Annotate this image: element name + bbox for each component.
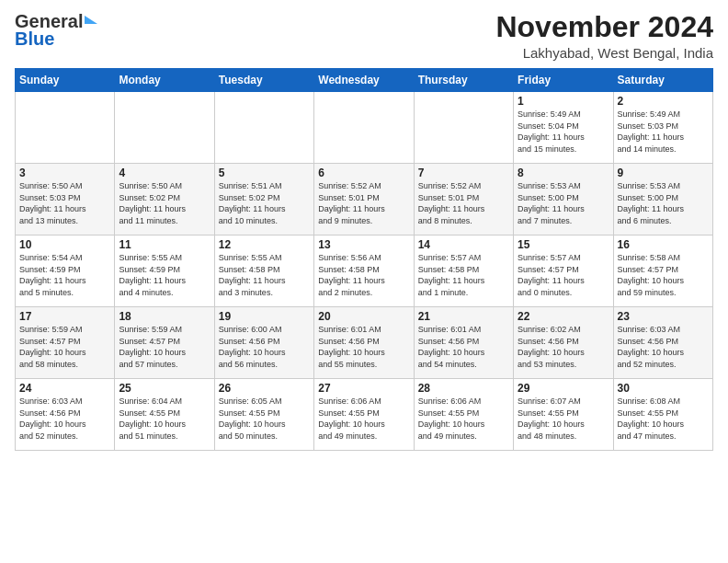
week-row-4: 17Sunrise: 5:59 AM Sunset: 4:57 PM Dayli…: [16, 307, 713, 379]
location: Lakhyabad, West Bengal, India: [495, 45, 713, 61]
day-number: 25: [119, 382, 210, 395]
calendar-cell: 23Sunrise: 6:03 AM Sunset: 4:56 PM Dayli…: [613, 307, 712, 379]
week-row-1: 1Sunrise: 5:49 AM Sunset: 5:04 PM Daylig…: [16, 92, 713, 164]
day-number: 19: [219, 310, 310, 323]
day-number: 24: [19, 382, 110, 395]
day-number: 6: [318, 167, 409, 179]
day-number: 17: [19, 310, 110, 323]
calendar-cell: 21Sunrise: 6:01 AM Sunset: 4:56 PM Dayli…: [414, 307, 513, 379]
cell-info: Sunrise: 5:50 AM Sunset: 5:02 PM Dayligh…: [119, 180, 210, 226]
logo-arrow-icon: [85, 16, 97, 24]
day-number: 12: [219, 238, 310, 251]
day-number: 26: [219, 382, 310, 395]
month-title: November 2024: [495, 11, 713, 43]
day-number: 1: [518, 95, 609, 108]
column-header-thursday: Thursday: [414, 69, 513, 92]
day-number: 22: [518, 310, 609, 323]
calendar-cell: [16, 92, 115, 164]
calendar-cell: 9Sunrise: 5:53 AM Sunset: 5:00 PM Daylig…: [613, 164, 712, 236]
day-number: 10: [19, 238, 110, 251]
calendar-cell: 10Sunrise: 5:54 AM Sunset: 4:59 PM Dayli…: [16, 236, 115, 307]
title-block: November 2024 Lakhyabad, West Bengal, In…: [495, 11, 713, 61]
calendar-cell: 28Sunrise: 6:06 AM Sunset: 4:55 PM Dayli…: [414, 379, 513, 451]
calendar-cell: 29Sunrise: 6:07 AM Sunset: 4:55 PM Dayli…: [514, 379, 613, 451]
cell-info: Sunrise: 6:05 AM Sunset: 4:55 PM Dayligh…: [219, 396, 310, 442]
cell-info: Sunrise: 6:07 AM Sunset: 4:55 PM Dayligh…: [518, 396, 609, 442]
calendar-cell: 3Sunrise: 5:50 AM Sunset: 5:03 PM Daylig…: [16, 164, 115, 236]
calendar-cell: 16Sunrise: 5:58 AM Sunset: 4:57 PM Dayli…: [613, 236, 712, 307]
day-number: 5: [219, 167, 310, 179]
column-header-sunday: Sunday: [16, 69, 115, 92]
cell-info: Sunrise: 5:53 AM Sunset: 5:00 PM Dayligh…: [518, 180, 609, 226]
cell-info: Sunrise: 5:58 AM Sunset: 4:57 PM Dayligh…: [618, 252, 709, 298]
calendar-cell: [314, 92, 414, 164]
cell-info: Sunrise: 6:01 AM Sunset: 4:56 PM Dayligh…: [318, 324, 409, 370]
cell-info: Sunrise: 5:57 AM Sunset: 4:58 PM Dayligh…: [418, 252, 509, 298]
calendar-cell: 7Sunrise: 5:52 AM Sunset: 5:01 PM Daylig…: [414, 164, 513, 236]
page-container: General Blue November 2024 Lakhyabad, We…: [0, 0, 728, 458]
cell-info: Sunrise: 5:50 AM Sunset: 5:03 PM Dayligh…: [19, 180, 110, 226]
column-header-wednesday: Wednesday: [314, 69, 414, 92]
day-number: 4: [119, 167, 210, 179]
cell-info: Sunrise: 6:06 AM Sunset: 4:55 PM Dayligh…: [318, 396, 409, 442]
week-row-5: 24Sunrise: 6:03 AM Sunset: 4:56 PM Dayli…: [16, 379, 713, 451]
day-number: 27: [318, 382, 409, 395]
cell-info: Sunrise: 5:52 AM Sunset: 5:01 PM Dayligh…: [318, 180, 409, 226]
day-number: 9: [618, 167, 709, 179]
header-row: SundayMondayTuesdayWednesdayThursdayFrid…: [16, 69, 713, 92]
column-header-friday: Friday: [514, 69, 613, 92]
calendar-cell: 13Sunrise: 5:56 AM Sunset: 4:58 PM Dayli…: [314, 236, 414, 307]
header: General Blue November 2024 Lakhyabad, We…: [15, 11, 713, 61]
day-number: 23: [618, 310, 709, 323]
calendar-cell: 25Sunrise: 6:04 AM Sunset: 4:55 PM Dayli…: [115, 379, 214, 451]
cell-info: Sunrise: 6:03 AM Sunset: 4:56 PM Dayligh…: [618, 324, 709, 370]
day-number: 13: [318, 238, 409, 251]
cell-info: Sunrise: 6:03 AM Sunset: 4:56 PM Dayligh…: [19, 396, 110, 442]
calendar-cell: 15Sunrise: 5:57 AM Sunset: 4:57 PM Dayli…: [514, 236, 613, 307]
column-header-saturday: Saturday: [613, 69, 712, 92]
logo: General Blue: [15, 11, 97, 50]
day-number: 28: [418, 382, 509, 395]
day-number: 18: [119, 310, 210, 323]
calendar-cell: 6Sunrise: 5:52 AM Sunset: 5:01 PM Daylig…: [314, 164, 414, 236]
day-number: 8: [518, 167, 609, 179]
column-header-tuesday: Tuesday: [214, 69, 313, 92]
day-number: 15: [518, 238, 609, 251]
day-number: 29: [518, 382, 609, 395]
cell-info: Sunrise: 6:04 AM Sunset: 4:55 PM Dayligh…: [119, 396, 210, 442]
cell-info: Sunrise: 5:54 AM Sunset: 4:59 PM Dayligh…: [19, 252, 110, 298]
day-number: 11: [119, 238, 210, 251]
day-number: 14: [418, 238, 509, 251]
calendar-cell: 27Sunrise: 6:06 AM Sunset: 4:55 PM Dayli…: [314, 379, 414, 451]
day-number: 7: [418, 167, 509, 179]
day-number: 3: [19, 167, 110, 179]
cell-info: Sunrise: 6:00 AM Sunset: 4:56 PM Dayligh…: [219, 324, 310, 370]
calendar-cell: 4Sunrise: 5:50 AM Sunset: 5:02 PM Daylig…: [115, 164, 214, 236]
calendar-cell: 20Sunrise: 6:01 AM Sunset: 4:56 PM Dayli…: [314, 307, 414, 379]
cell-info: Sunrise: 5:49 AM Sunset: 5:04 PM Dayligh…: [518, 109, 609, 155]
cell-info: Sunrise: 5:59 AM Sunset: 4:57 PM Dayligh…: [19, 324, 110, 370]
calendar-cell: [414, 92, 513, 164]
cell-info: Sunrise: 6:02 AM Sunset: 4:56 PM Dayligh…: [518, 324, 609, 370]
cell-info: Sunrise: 5:59 AM Sunset: 4:57 PM Dayligh…: [119, 324, 210, 370]
calendar-cell: 24Sunrise: 6:03 AM Sunset: 4:56 PM Dayli…: [16, 379, 115, 451]
calendar-table: SundayMondayTuesdayWednesdayThursdayFrid…: [15, 68, 713, 451]
cell-info: Sunrise: 5:49 AM Sunset: 5:03 PM Dayligh…: [618, 109, 709, 155]
cell-info: Sunrise: 6:08 AM Sunset: 4:55 PM Dayligh…: [618, 396, 709, 442]
calendar-cell: 30Sunrise: 6:08 AM Sunset: 4:55 PM Dayli…: [613, 379, 712, 451]
cell-info: Sunrise: 6:01 AM Sunset: 4:56 PM Dayligh…: [418, 324, 509, 370]
cell-info: Sunrise: 5:51 AM Sunset: 5:02 PM Dayligh…: [219, 180, 310, 226]
column-header-monday: Monday: [115, 69, 214, 92]
day-number: 20: [318, 310, 409, 323]
week-row-2: 3Sunrise: 5:50 AM Sunset: 5:03 PM Daylig…: [16, 164, 713, 236]
day-number: 21: [418, 310, 509, 323]
cell-info: Sunrise: 5:52 AM Sunset: 5:01 PM Dayligh…: [418, 180, 509, 226]
cell-info: Sunrise: 5:57 AM Sunset: 4:57 PM Dayligh…: [518, 252, 609, 298]
calendar-cell: 19Sunrise: 6:00 AM Sunset: 4:56 PM Dayli…: [214, 307, 313, 379]
calendar-cell: 5Sunrise: 5:51 AM Sunset: 5:02 PM Daylig…: [214, 164, 313, 236]
calendar-cell: 14Sunrise: 5:57 AM Sunset: 4:58 PM Dayli…: [414, 236, 513, 307]
calendar-cell: 12Sunrise: 5:55 AM Sunset: 4:58 PM Dayli…: [214, 236, 313, 307]
day-number: 16: [618, 238, 709, 251]
calendar-cell: 26Sunrise: 6:05 AM Sunset: 4:55 PM Dayli…: [214, 379, 313, 451]
cell-info: Sunrise: 5:56 AM Sunset: 4:58 PM Dayligh…: [318, 252, 409, 298]
